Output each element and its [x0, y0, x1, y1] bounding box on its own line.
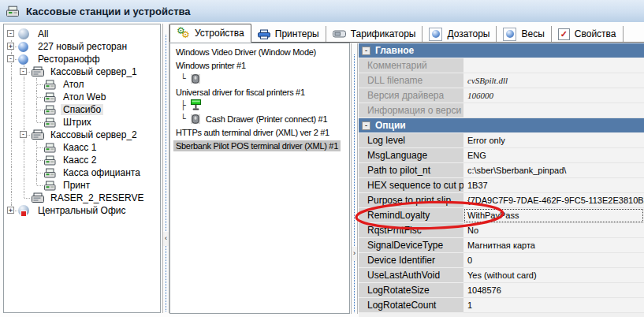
tree-toggle-minus-icon[interactable]: - — [7, 55, 14, 62]
property-label: UseLastAuthVoid — [359, 268, 463, 283]
property-row: LogRotateCount1 — [359, 298, 644, 313]
property-value[interactable]: Магнитная карта — [463, 238, 644, 253]
property-value[interactable] — [463, 103, 644, 118]
tree-item-label[interactable]: Атол — [61, 79, 87, 90]
property-value[interactable]: Error only — [463, 133, 644, 148]
tree-item-label[interactable]: Штрих — [61, 117, 94, 128]
tree-item-label[interactable]: Каасс 1 — [61, 142, 99, 153]
device-list-item[interactable]: Windows Video Driver (Window Mode) — [170, 45, 349, 58]
property-value[interactable]: c:\sber\Sberbank_pinpad\ — [463, 163, 644, 178]
scales-ball-icon — [503, 28, 516, 41]
tree-item-label[interactable]: Спасибо — [61, 104, 103, 115]
tree-item: Каасс 1 — [4, 141, 160, 154]
tree-item: -Ресторанофф — [4, 53, 160, 65]
device-list-item[interactable]: Windows printer #1 — [170, 58, 349, 72]
property-row: RemindLoyaltyWithPayPass — [359, 208, 644, 223]
collapse-right-icon[interactable]: › — [352, 247, 357, 261]
device-list-item[interactable]: Sberbank Pilot POS terminal driver (XML)… — [170, 139, 349, 152]
cash-server-icon — [31, 129, 46, 140]
property-row: SignalDeviceTypeМагнитная карта — [359, 238, 644, 253]
property-label: Log level — [359, 133, 463, 148]
tab-Устройства[interactable]: ⚙⚙Устройства — [169, 24, 251, 43]
property-label: Версия драйвера — [359, 88, 463, 103]
property-value[interactable]: No — [463, 223, 644, 238]
property-row: Device Identifier0 — [359, 253, 644, 268]
page-title: Кассовые станции и устройства — [26, 6, 191, 17]
cash-register-icon — [43, 143, 58, 153]
property-row: HEX sequence to cut p1B37 — [359, 178, 644, 193]
property-value[interactable]: WithPayPass — [463, 208, 644, 223]
tree-item-label[interactable]: RASER_2_RESERVE — [48, 192, 147, 203]
tree-toggle-minus-icon[interactable]: - — [7, 30, 14, 37]
sphere-icon — [18, 42, 28, 52]
collapse-left-icon[interactable]: ‹ — [163, 232, 169, 246]
tree-item: -Кассовый сервер_1 — [4, 65, 160, 78]
device-connector: ├ — [181, 100, 191, 110]
device-list-panel: Windows Video Driver (Window Mode)Window… — [169, 43, 350, 314]
property-value[interactable]: 0 — [463, 253, 644, 268]
device-list-item[interactable]: HTTPs auth terminal driver (XML) ver 2 #… — [170, 125, 349, 139]
sphere-icon — [18, 54, 28, 65]
property-value[interactable]: ENG — [463, 148, 644, 163]
device-list-item[interactable]: ├ — [170, 99, 349, 112]
tree-item-label[interactable]: Кассовый сервер_1 — [48, 66, 140, 77]
device-list-item[interactable]: Universal driver for fiscal printers #1 — [170, 85, 349, 99]
tree-item: Штрих — [4, 116, 160, 129]
property-row: MsgLanguageENG — [359, 148, 644, 163]
properties-panel: -ГлавноеКомментарийDLL filenamecvSBpilt.… — [359, 43, 644, 317]
tree-item-label[interactable]: 227 новый ресторан — [35, 41, 129, 52]
tree-item-label[interactable]: Кассовый сервер_2 — [48, 129, 140, 140]
tree-toggle-plus-icon[interactable]: + — [7, 207, 14, 214]
tree-item-label[interactable]: Касса официанта — [61, 167, 143, 178]
cash-station-icon — [6, 6, 20, 17]
device-list-item[interactable]: └Cash Drawer (Printer connect) #1 — [170, 112, 349, 125]
tree-connector — [31, 103, 43, 116]
tab-Свойства[interactable]: ✓Свойства — [552, 26, 624, 42]
property-value[interactable]: cvSBpilt.dll — [463, 73, 644, 88]
tab-Принтеры[interactable]: Принтеры — [251, 26, 326, 42]
collapse-section-icon[interactable]: - — [362, 47, 370, 55]
tree-item: Атол Web — [4, 91, 160, 103]
collapse-section-icon[interactable]: - — [362, 121, 370, 130]
property-value[interactable] — [463, 58, 644, 73]
globe-icon — [18, 28, 29, 39]
tree-toggle-minus-icon[interactable]: - — [20, 68, 27, 75]
tree-toggle-minus-icon[interactable]: - — [20, 131, 27, 138]
tree-toggle-plus-icon[interactable]: + — [7, 43, 14, 50]
tree-guide — [18, 103, 31, 116]
cash-register-icon — [43, 80, 58, 90]
right-splitter[interactable]: › — [351, 43, 358, 314]
tree-item-label[interactable]: All — [35, 28, 50, 39]
section-title: Опции — [375, 120, 406, 131]
tree-item-label[interactable]: Центральный Офис — [35, 205, 128, 216]
tab-label: Дозаторы — [447, 28, 490, 39]
property-value[interactable]: Yes (without card) — [463, 268, 644, 283]
tab-label: Свойства — [575, 28, 616, 39]
property-value[interactable]: {7DA9C7F9-7DAE-462F-9FC5-113E2E3810B2} — [463, 193, 644, 208]
tree-connector: - — [18, 65, 31, 78]
property-label: LogRotateCount — [359, 298, 463, 313]
property-label: HEX sequence to cut p — [359, 178, 463, 193]
tree-item-label[interactable]: Атол Web — [61, 91, 108, 103]
tree-guide — [6, 154, 18, 166]
globe-red-icon — [18, 205, 29, 216]
tab-Тарификаторы[interactable]: Тарификаторы — [326, 26, 423, 42]
device-list-item[interactable]: └ — [170, 72, 349, 85]
tab-Весы[interactable]: Весы — [497, 26, 551, 42]
property-value[interactable]: 106000 — [463, 88, 644, 103]
property-label: Device Identifier — [359, 253, 463, 268]
tree-guide — [6, 179, 18, 192]
tree-item: Спасибо — [4, 103, 160, 116]
property-value[interactable]: 1048576 — [463, 283, 644, 298]
tariff-device-icon — [333, 29, 346, 39]
tree-guide — [6, 141, 18, 154]
property-row: Path to pilot_ntc:\sber\Sberbank_pinpad\ — [359, 163, 644, 178]
device-label: Sberbank Pilot POS terminal driver (XML)… — [173, 140, 341, 151]
tree-item-label[interactable]: Принт — [61, 180, 92, 191]
tree-item-label[interactable]: Каасс 2 — [61, 155, 99, 166]
left-splitter[interactable]: ‹ — [162, 24, 169, 313]
property-value[interactable]: 1 — [463, 298, 644, 313]
property-value[interactable]: 1B37 — [463, 178, 644, 193]
tree-item-label[interactable]: Ресторанофф — [35, 54, 102, 65]
tab-Дозаторы[interactable]: Дозаторы — [423, 26, 497, 42]
